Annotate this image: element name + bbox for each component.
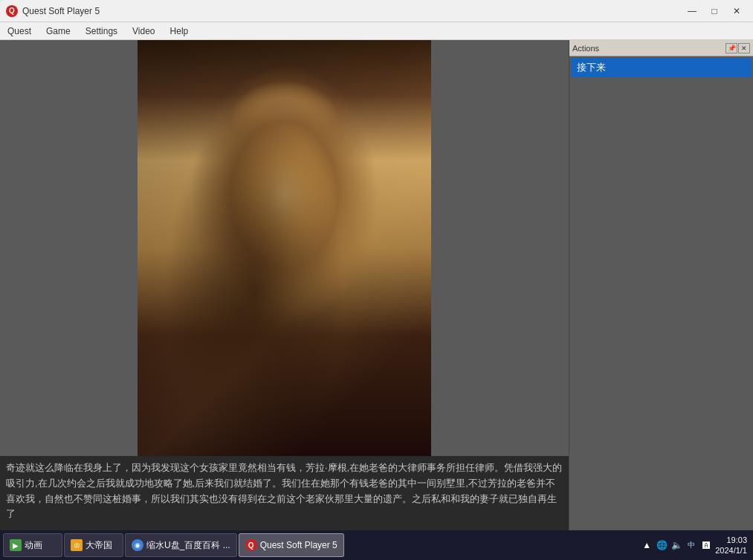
taskbar-icon-empire: ♔ xyxy=(71,539,83,551)
title-text: Quest Soft Player 5 xyxy=(22,6,100,16)
action-item-0[interactable]: 接下来 xyxy=(571,58,752,77)
taskbar-right: ▲ 🌐 🔈 中 🅰 19:03 2024/1/1 xyxy=(641,535,750,556)
minimize-button[interactable]: — xyxy=(682,4,702,19)
taskbar-label-qsp: Quest Soft Player 5 xyxy=(260,540,337,550)
taskbar-label-animation: 动画 xyxy=(25,539,42,552)
taskbar-item-animation[interactable]: ▶ 动画 xyxy=(3,533,62,557)
taskbar-item-empire[interactable]: ♔ 大帝国 xyxy=(64,533,123,557)
game-image xyxy=(138,40,431,456)
menu-quest[interactable]: Quest xyxy=(0,22,39,39)
close-button[interactable]: ✕ xyxy=(726,4,747,19)
image-area xyxy=(0,40,569,456)
tray-input-icon[interactable]: 中 xyxy=(685,539,697,551)
tray-volume-icon[interactable]: 🔈 xyxy=(670,539,682,551)
story-text: 奇迹就这么降临在我身上了，因为我发现这个女孩家里竟然相当有钱，芳拉·摩根,在她老… xyxy=(0,456,569,530)
menu-help[interactable]: Help xyxy=(163,22,196,39)
taskbar: ▶ 动画 ♔ 大帝国 ◉ 缩水U盘_百度百科 ... Q Quest Soft … xyxy=(0,530,753,560)
menu-bar: Quest Game Settings Video Help xyxy=(0,22,753,40)
system-clock: 19:03 2024/1/1 xyxy=(715,535,747,556)
actions-pin-button[interactable]: 📌 xyxy=(725,43,737,53)
menu-game[interactable]: Game xyxy=(39,22,78,39)
taskbar-label-empire: 大帝国 xyxy=(85,539,112,552)
taskbar-icon-qsp: Q xyxy=(245,539,257,551)
tray-lang-icon[interactable]: 🅰 xyxy=(700,539,712,551)
title-controls: — □ ✕ xyxy=(682,4,747,19)
app-icon: Q xyxy=(6,5,18,17)
tray-network-icon[interactable]: 🌐 xyxy=(656,539,668,551)
game-area: 奇迹就这么降临在我身上了，因为我发现这个女孩家里竟然相当有钱，芳拉·摩根,在她老… xyxy=(0,40,569,530)
taskbar-item-qsp[interactable]: Q Quest Soft Player 5 xyxy=(239,533,344,557)
menu-settings[interactable]: Settings xyxy=(78,22,125,39)
actions-title-bar: Actions 📌 ✕ xyxy=(569,40,753,56)
actions-close-button[interactable]: ✕ xyxy=(738,43,750,53)
title-left: Q Quest Soft Player 5 xyxy=(6,5,100,17)
actions-panel-title: Actions xyxy=(572,44,599,53)
actions-content: 接下来 xyxy=(569,56,753,530)
taskbar-item-baidu[interactable]: ◉ 缩水U盘_百度百科 ... xyxy=(125,533,237,557)
maximize-button[interactable]: □ xyxy=(704,4,725,19)
actions-panel: Actions 📌 ✕ 接下来 xyxy=(569,40,753,530)
taskbar-icon-baidu: ◉ xyxy=(132,539,143,551)
title-bar: Q Quest Soft Player 5 — □ ✕ xyxy=(0,0,753,22)
menu-video[interactable]: Video xyxy=(125,22,162,39)
taskbar-icon-animation: ▶ xyxy=(10,539,22,551)
taskbar-label-baidu: 缩水U盘_百度百科 ... xyxy=(146,539,230,552)
actions-panel-controls: 📌 ✕ xyxy=(725,43,750,53)
main-content: 奇迹就这么降临在我身上了，因为我发现这个女孩家里竟然相当有钱，芳拉·摩根,在她老… xyxy=(0,40,753,530)
tray-arrow-icon[interactable]: ▲ xyxy=(641,539,653,551)
